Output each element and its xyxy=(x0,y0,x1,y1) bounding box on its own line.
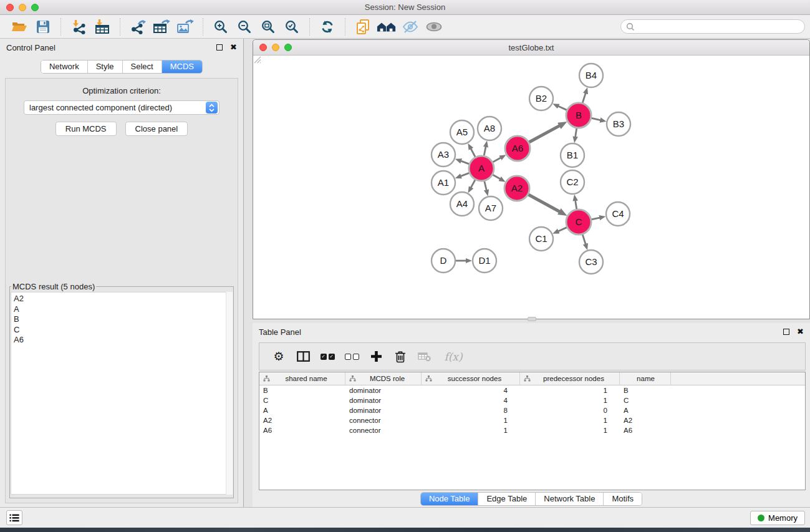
table-row[interactable]: A2connector11A2 xyxy=(259,415,805,425)
edge-B-B3[interactable] xyxy=(592,118,600,120)
mcds-result-item[interactable]: A6 xyxy=(14,335,232,346)
edge-B-B1[interactable] xyxy=(576,128,577,137)
unselect-all-columns-icon[interactable] xyxy=(342,347,361,366)
import-network-icon[interactable] xyxy=(69,17,89,37)
mcds-result-item[interactable]: C xyxy=(14,325,232,336)
function-builder-icon[interactable]: f(x) xyxy=(440,347,467,366)
show-eye-icon[interactable] xyxy=(424,17,444,37)
search-input[interactable] xyxy=(638,22,799,31)
zoom-window-button[interactable] xyxy=(31,4,39,11)
edge-A-A2[interactable] xyxy=(493,175,500,179)
graph-node-A8[interactable]: A8 xyxy=(478,117,501,140)
column-header-successor-nodes[interactable]: successor nodes xyxy=(422,372,520,385)
minimize-window-button[interactable] xyxy=(19,4,26,11)
delete-trash-icon[interactable] xyxy=(391,347,410,366)
graph-node-B[interactable]: B xyxy=(566,103,591,128)
table-settings-gear-icon[interactable]: ⚙ xyxy=(269,347,288,366)
edge-C-C2[interactable] xyxy=(576,201,577,210)
tab-network-table[interactable]: Network Table xyxy=(536,493,604,505)
graph-node-B1[interactable]: B1 xyxy=(561,143,584,167)
tab-network[interactable]: Network xyxy=(41,60,88,73)
memory-button[interactable]: Memory xyxy=(750,511,805,525)
hide-panel-eye-slash-icon[interactable] xyxy=(400,17,420,37)
column-header-mcds-role[interactable]: MCDS role xyxy=(345,372,422,385)
column-header-name[interactable]: name xyxy=(620,372,671,385)
float-table-panel-icon[interactable] xyxy=(783,329,789,335)
export-network-icon[interactable] xyxy=(128,17,148,37)
network-canvas[interactable]: B4B2BB3A5A8A6B1A3AC2A1A2A4A7CC4C1C3DD1 xyxy=(253,56,809,319)
graph-node-A7[interactable]: A7 xyxy=(479,196,503,220)
zoom-selected-icon[interactable] xyxy=(282,17,302,37)
network-graph[interactable]: B4B2BB3A5A8A6B1A3AC2A1A2A4A7CC4C1C3DD1 xyxy=(253,56,809,319)
graph-node-C4[interactable]: C4 xyxy=(606,202,630,226)
tab-motifs[interactable]: Motifs xyxy=(604,493,642,505)
duplicate-network-icon[interactable] xyxy=(353,17,373,37)
graph-node-C1[interactable]: C1 xyxy=(529,227,553,251)
graph-node-A5[interactable]: A5 xyxy=(450,120,474,144)
edge-A-A5[interactable] xyxy=(471,148,475,157)
task-history-list-icon[interactable] xyxy=(6,510,22,525)
network-close-button[interactable] xyxy=(259,44,267,51)
network-zoom-button[interactable] xyxy=(284,44,292,51)
edge-C-C3[interactable] xyxy=(582,235,586,244)
add-column-plus-icon[interactable] xyxy=(367,347,385,366)
edge-A-A8[interactable] xyxy=(484,147,486,155)
export-image-icon[interactable] xyxy=(175,17,195,37)
graph-node-C3[interactable]: C3 xyxy=(579,250,603,274)
float-panel-icon[interactable] xyxy=(216,44,223,51)
select-all-columns-icon[interactable]: ✓✓ xyxy=(318,347,337,366)
zoom-fit-icon[interactable] xyxy=(258,17,278,37)
edge-C-C4[interactable] xyxy=(592,218,600,220)
import-table-icon[interactable] xyxy=(92,17,112,37)
network-window-titlebar[interactable]: testGlobe.txt xyxy=(253,40,809,56)
optimization-criterion-select[interactable]: largest connected component (directed) xyxy=(24,100,219,115)
tab-select[interactable]: Select xyxy=(123,60,162,73)
zoom-in-icon[interactable] xyxy=(211,17,231,37)
mcds-result-item[interactable]: B xyxy=(14,314,232,325)
edge-A-A4[interactable] xyxy=(471,180,475,187)
column-header-shared-name[interactable]: shared name xyxy=(259,372,345,385)
edge-B-B2[interactable] xyxy=(558,106,566,110)
graph-node-A3[interactable]: A3 xyxy=(432,143,455,167)
edge-B-B4[interactable] xyxy=(582,94,586,103)
result-scrollbar[interactable] xyxy=(226,292,233,495)
edge-A-A1[interactable] xyxy=(461,173,469,176)
graph-node-A2[interactable]: A2 xyxy=(504,176,529,201)
split-divider-grip[interactable] xyxy=(528,317,536,321)
graph-node-A[interactable]: A xyxy=(469,156,494,181)
nested-networks-home-icon[interactable] xyxy=(377,17,397,37)
resize-grip-icon[interactable] xyxy=(253,56,261,64)
tab-node-table[interactable]: Node Table xyxy=(421,493,479,505)
edge-A-A6[interactable] xyxy=(493,158,500,162)
run-mcds-button[interactable]: Run MCDS xyxy=(55,122,117,136)
table-row[interactable]: Adominator80A xyxy=(259,405,805,415)
zoom-out-icon[interactable] xyxy=(234,17,254,37)
mcds-result-item[interactable]: A2 xyxy=(14,294,232,304)
close-table-panel-icon[interactable]: ✖ xyxy=(797,329,804,335)
edge-A6-B[interactable] xyxy=(529,126,559,142)
close-panel-button[interactable]: Close panel xyxy=(125,122,188,136)
graph-node-A4[interactable]: A4 xyxy=(450,192,474,216)
mcds-result-item[interactable]: A xyxy=(14,304,232,315)
graph-node-B4[interactable]: B4 xyxy=(579,64,603,87)
tab-mcds[interactable]: MCDS xyxy=(162,60,202,73)
delete-table-disabled-icon[interactable] xyxy=(415,347,434,366)
edge-C-C1[interactable] xyxy=(558,228,566,231)
show-columns-icon[interactable] xyxy=(294,347,312,366)
graph-node-A6[interactable]: A6 xyxy=(505,136,530,161)
export-table-icon[interactable] xyxy=(152,17,171,37)
graph-node-D1[interactable]: D1 xyxy=(473,249,496,273)
graph-node-A1[interactable]: A1 xyxy=(432,171,455,195)
table-row[interactable]: Cdominator41C xyxy=(259,395,805,405)
open-folder-icon[interactable] xyxy=(9,17,29,37)
edge-A-A3[interactable] xyxy=(461,161,469,164)
graph-node-D[interactable]: D xyxy=(432,249,455,273)
graph-node-C2[interactable]: C2 xyxy=(561,170,584,194)
edge-A2-C[interactable] xyxy=(528,195,559,211)
edge-A-A7[interactable] xyxy=(485,181,486,190)
refresh-icon[interactable] xyxy=(317,17,337,37)
tab-style[interactable]: Style xyxy=(88,60,123,73)
save-icon[interactable] xyxy=(33,17,53,37)
table-row[interactable]: A6connector11A6 xyxy=(259,425,805,435)
close-window-button[interactable] xyxy=(6,4,14,11)
